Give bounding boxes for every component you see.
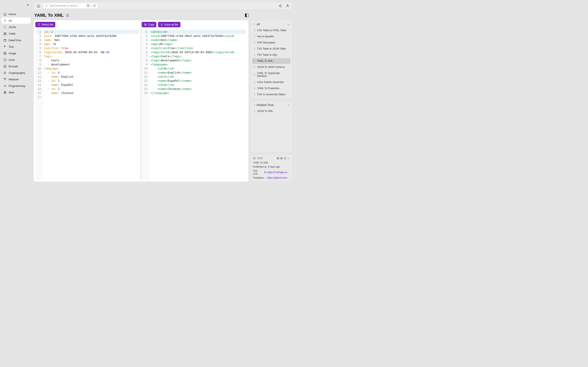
nav-label: Network bbox=[9, 78, 19, 81]
nav-icon bbox=[3, 52, 7, 55]
nav-label: All bbox=[9, 19, 12, 22]
tool-item-label: CSS to Javascript Object bbox=[257, 93, 285, 96]
tool-item-label: JSON To XML bbox=[257, 110, 273, 113]
svg-rect-21 bbox=[278, 158, 279, 159]
svg-rect-4 bbox=[4, 39, 6, 42]
nav-icon bbox=[3, 65, 7, 68]
nav-item-programming[interactable]: Programming bbox=[1, 83, 31, 89]
profile-button[interactable] bbox=[285, 3, 290, 8]
tool-item-label: YAML To Properties bbox=[257, 87, 279, 90]
related-panel-title: Related Tools bbox=[257, 103, 274, 107]
home-button[interactable] bbox=[36, 3, 41, 8]
nav-label: Color bbox=[9, 58, 15, 61]
published-label: Published at: bbox=[253, 165, 267, 168]
nav-item-color[interactable]: Color bbox=[1, 57, 31, 63]
chevron-down-icon[interactable] bbox=[287, 23, 290, 26]
nav-item-web[interactable]: Web bbox=[1, 89, 31, 95]
save-as-file-button[interactable]: Save as file bbox=[158, 22, 180, 27]
svg-rect-1 bbox=[5, 33, 6, 33]
chevron-down-icon[interactable] bbox=[287, 104, 290, 106]
topbar: ⌘ + K bbox=[34, 2, 292, 10]
search-wrap[interactable]: ⌘ + K bbox=[43, 3, 98, 8]
nav-item-home[interactable]: Home bbox=[1, 11, 31, 17]
tool-item[interactable]: Hex to Base64 bbox=[252, 34, 291, 39]
svg-rect-0 bbox=[4, 33, 4, 33]
tool-item[interactable]: JSON To XML bbox=[252, 108, 291, 114]
nav-icon bbox=[3, 32, 7, 35]
nav-label: Home bbox=[9, 13, 16, 16]
sidebar: HomeAllJSONYAMLDate/TimeTextImageColorEn… bbox=[0, 0, 32, 184]
tool-item[interactable]: YAML To XML bbox=[252, 58, 291, 64]
nav-label: Image bbox=[9, 52, 16, 55]
info-tool-name: YAML To XML bbox=[253, 161, 290, 164]
nav-icon bbox=[3, 91, 7, 94]
nav-icon bbox=[3, 39, 7, 42]
nav-label: Date/Time bbox=[9, 39, 21, 42]
nav-icon bbox=[3, 84, 7, 87]
all-tools-list: CSV Table to HTML TableHex to Base64PGP … bbox=[252, 27, 291, 97]
globe-icon[interactable] bbox=[280, 157, 283, 160]
tool-item-label: Color Palette Generator bbox=[257, 81, 284, 83]
tool-item[interactable]: CSV Table to HTML Table bbox=[252, 27, 291, 33]
qr-icon[interactable] bbox=[277, 157, 279, 160]
panel-toggle-icon[interactable] bbox=[245, 13, 249, 17]
nav-item-image[interactable]: Image bbox=[1, 50, 31, 56]
svg-rect-2 bbox=[4, 34, 4, 35]
nav-icon bbox=[3, 58, 7, 61]
nav-item-text[interactable]: Text bbox=[1, 44, 31, 50]
copy-button[interactable]: Copy bbox=[142, 22, 156, 27]
nav-label: Web bbox=[9, 91, 14, 94]
nav-item-date-time[interactable]: Date/Time bbox=[1, 37, 31, 43]
xml-output[interactable]: <id>1</id><uuid>3d877494-e7d4-48e3-aa7a-… bbox=[149, 29, 247, 180]
message-icon bbox=[265, 176, 267, 179]
nav-label: JSON bbox=[9, 26, 16, 29]
collapse-sidebar-button[interactable] bbox=[26, 3, 30, 7]
nav-item-cryptography[interactable]: Cryptography bbox=[1, 70, 31, 76]
tool-item-label: JSON To JSON Schema bbox=[257, 66, 285, 68]
search-input[interactable] bbox=[49, 4, 85, 7]
copy-icon bbox=[144, 23, 147, 26]
tool-item[interactable]: YAML To TypeScript Interface bbox=[252, 70, 291, 79]
tool-item[interactable]: CSS to Javascript Object bbox=[252, 92, 291, 97]
tool-item[interactable]: TSV Table to JSON Table bbox=[252, 46, 291, 52]
nav-item-yaml[interactable]: YAML bbox=[1, 31, 31, 37]
feedback-link-value[interactable]: https://github.com/… bbox=[267, 176, 290, 179]
nav-item-network[interactable]: Network bbox=[1, 76, 31, 82]
nav-item-encode[interactable]: Encode bbox=[1, 63, 31, 69]
yaml-editor[interactable]: id: 1uuid: 3d877494-e7d4-48e3-aa7a-16437… bbox=[43, 29, 140, 180]
upload-icon bbox=[38, 23, 40, 26]
select-file-button[interactable]: Select file bbox=[35, 22, 55, 27]
tool-item[interactable]: PGP Decryption bbox=[252, 40, 291, 45]
tool-item[interactable]: TSV Table to SQL bbox=[252, 52, 291, 58]
svg-point-6 bbox=[4, 53, 5, 53]
tool-item[interactable]: JSON To JSON Schema bbox=[252, 64, 291, 70]
tool-link-label: Tool Link: bbox=[253, 169, 263, 175]
nav-icon bbox=[3, 25, 7, 29]
search-shortcut: ⌘ + K bbox=[86, 4, 96, 8]
wrench-icon bbox=[253, 104, 255, 106]
nav-item-json[interactable]: JSON bbox=[1, 24, 31, 30]
related-tools-list: JSON To XML bbox=[252, 108, 291, 114]
editor-card: Select file 1234567891011121314151617 id… bbox=[34, 20, 249, 182]
favorite-star-icon[interactable] bbox=[66, 13, 69, 17]
svg-rect-22 bbox=[279, 159, 279, 159]
svg-point-13 bbox=[281, 6, 281, 7]
tool-item[interactable]: YAML To Properties bbox=[252, 85, 291, 91]
tool-item[interactable]: Color Palette Generator bbox=[252, 79, 291, 85]
feedback-label: Feedback: bbox=[253, 176, 264, 179]
chevron-down-icon[interactable] bbox=[287, 157, 290, 160]
tool-link-value[interactable]: https://t.he3app.co… bbox=[267, 171, 290, 174]
svg-point-24 bbox=[284, 157, 286, 159]
main: ⌘ + K YAML To XML bbox=[32, 0, 294, 184]
share-button[interactable] bbox=[277, 3, 283, 8]
nav-item-all[interactable]: All bbox=[1, 17, 31, 24]
tool-item-label: Hex to Base64 bbox=[257, 35, 274, 38]
svg-rect-20 bbox=[277, 158, 278, 159]
all-tools-panel: All CSV Table to HTML TableHex to Base64… bbox=[250, 20, 292, 99]
check-circle-icon[interactable] bbox=[284, 157, 286, 160]
nav-list: HomeAllJSONYAMLDate/TimeTextImageColorEn… bbox=[1, 11, 31, 95]
split-view: Select file 1234567891011121314151617 id… bbox=[35, 22, 247, 180]
svg-point-10 bbox=[45, 5, 47, 6]
tool-item-label: TSV Table to SQL bbox=[257, 53, 277, 56]
nav-icon bbox=[3, 12, 7, 16]
